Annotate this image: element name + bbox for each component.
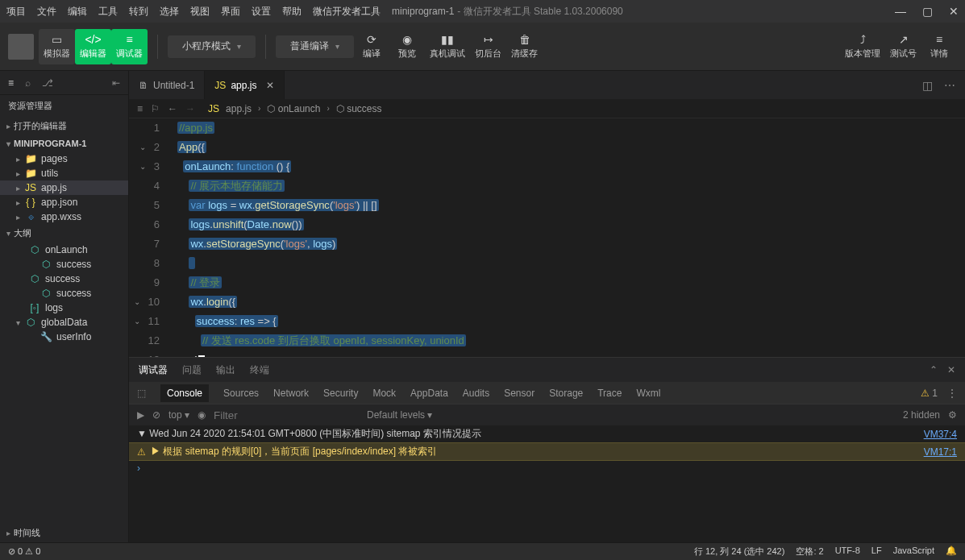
menu-item[interactable]: 文件 xyxy=(37,5,56,19)
menu-item[interactable]: 转到 xyxy=(129,5,148,19)
search-icon[interactable]: ⌕ xyxy=(25,77,31,89)
preview-button[interactable]: ◉预览 xyxy=(389,29,425,64)
list-icon[interactable]: ≡ xyxy=(137,103,143,114)
panel-tab[interactable]: 问题 xyxy=(182,363,202,377)
file-tree-item[interactable]: ▸📁utils xyxy=(0,166,128,180)
minimize-icon[interactable]: — xyxy=(895,5,906,18)
panel-close-icon[interactable]: ✕ xyxy=(947,364,955,375)
devtools-tab[interactable]: Wxml xyxy=(636,388,660,399)
split-editor-icon[interactable]: ◫ xyxy=(922,79,933,92)
forward-icon[interactable]: → xyxy=(185,103,195,114)
outline-item[interactable]: ⬡success xyxy=(0,257,128,272)
encoding-status[interactable]: UTF-8 xyxy=(835,545,860,558)
breadcrumb-item[interactable]: ⬡ success xyxy=(336,103,382,114)
devtools-more-icon[interactable]: ⋮ xyxy=(947,388,957,399)
hidden-count[interactable]: 2 hidden xyxy=(903,409,940,421)
console-group[interactable]: ▼ Wed Jun 24 2020 21:54:01 GMT+0800 (中国标… xyxy=(129,425,965,442)
clear-icon[interactable]: ⊘ xyxy=(152,409,160,421)
close-tab-icon[interactable]: ✕ xyxy=(266,80,274,91)
outline-item[interactable]: ⬡success xyxy=(0,286,128,301)
outline-item[interactable]: ▾⬡globalData xyxy=(0,315,128,330)
bell-icon[interactable]: 🔔 xyxy=(946,545,957,558)
back-icon[interactable]: ← xyxy=(168,103,177,114)
panel-collapse-icon[interactable]: ⌃ xyxy=(930,364,938,375)
menu-item[interactable]: 微信开发者工具 xyxy=(313,5,381,19)
menu-icon[interactable]: ≡ xyxy=(8,77,14,89)
menu-item[interactable]: 项目 xyxy=(6,5,26,19)
devtools-tab[interactable]: Security xyxy=(323,388,358,399)
devtools-tab[interactable]: Storage xyxy=(549,388,583,399)
background-button[interactable]: ↦切后台 xyxy=(470,29,506,64)
menu-item[interactable]: 界面 xyxy=(221,5,240,19)
menu-item[interactable]: 工具 xyxy=(98,5,118,19)
simulator-button[interactable]: ▭模拟器 xyxy=(39,29,75,64)
devtools-tab[interactable]: AppData xyxy=(410,388,448,399)
detail-button[interactable]: ≡详情 xyxy=(921,29,957,64)
open-editors-section[interactable]: ▸打开的编辑器 xyxy=(0,117,128,135)
outline-section[interactable]: ▾大纲 xyxy=(0,224,128,243)
branch-icon[interactable]: ⎇ xyxy=(42,77,53,89)
devtools-tab[interactable]: Trace xyxy=(597,388,622,399)
tab-app-js[interactable]: JSapp.js✕ xyxy=(205,71,285,99)
menu-item[interactable]: 视图 xyxy=(190,5,210,19)
menu-item[interactable]: 帮助 xyxy=(282,5,302,19)
log-source-link[interactable]: VM37:4 xyxy=(924,429,957,440)
problems-status[interactable]: ⊘ 0 ⚠ 0 xyxy=(8,546,40,557)
cursor-position[interactable]: 行 12, 列 24 (选中 242) xyxy=(694,545,785,558)
console-warning[interactable]: ⚠ ▶ 根据 sitemap 的规则[0]，当前页面 [pages/index/… xyxy=(129,442,965,461)
compile-button[interactable]: ⟳编译 xyxy=(354,29,389,64)
bookmark-icon[interactable]: ⚐ xyxy=(151,103,160,114)
compile-dropdown[interactable]: 普通编译▾ xyxy=(276,35,354,58)
maximize-icon[interactable]: ▢ xyxy=(922,5,933,18)
avatar[interactable] xyxy=(8,34,34,60)
menu-item[interactable]: 设置 xyxy=(252,5,271,19)
breadcrumb-item[interactable]: ⬡ onLaunch xyxy=(267,103,320,114)
outline-item[interactable]: ⬡success xyxy=(0,272,128,286)
console-body[interactable]: ▼ Wed Jun 24 2020 21:54:01 GMT+0800 (中国标… xyxy=(129,425,965,542)
gear-icon[interactable]: ⚙ xyxy=(948,409,957,421)
breadcrumb-item[interactable]: app.js xyxy=(226,103,252,114)
eol-status[interactable]: LF xyxy=(871,545,882,558)
project-section[interactable]: ▾MINIPROGRAM-1 xyxy=(0,135,128,151)
file-tree-item[interactable]: ▸⟐app.wxss xyxy=(0,209,128,224)
devtools-tab[interactable]: Console xyxy=(160,384,209,402)
remote-debug-button[interactable]: ▮▮真机调试 xyxy=(425,29,470,64)
panel-tab[interactable]: 调试器 xyxy=(139,363,168,377)
close-icon[interactable]: ✕ xyxy=(949,5,959,18)
more-icon[interactable]: ⋯ xyxy=(944,79,955,92)
warn-badge[interactable]: ⚠ 1 xyxy=(921,388,938,399)
file-tree-item[interactable]: ▸JSapp.js xyxy=(0,180,128,195)
devtools-tab[interactable]: Mock xyxy=(372,388,396,399)
mode-dropdown[interactable]: 小程序模式▾ xyxy=(168,35,256,58)
log-source-link[interactable]: VM17:1 xyxy=(924,446,957,458)
file-tree-item[interactable]: ▸📁pages xyxy=(0,151,128,166)
outline-item[interactable]: [◦]logs xyxy=(0,301,128,315)
editor-button[interactable]: </>编辑器 xyxy=(75,29,111,64)
outline-item[interactable]: 🔧userInfo xyxy=(0,330,128,344)
testno-button[interactable]: ↗测试号 xyxy=(885,29,921,64)
outline-item[interactable]: ⬡onLaunch xyxy=(0,243,128,257)
collapse-icon[interactable]: ⇤ xyxy=(112,77,120,89)
code-editor[interactable]: 1⌄2⌄3456789⌄10⌄111213 //app.jsApp({ onLa… xyxy=(129,118,965,357)
menu-item[interactable]: 选择 xyxy=(160,5,179,19)
menu-item[interactable]: 编辑 xyxy=(68,5,87,19)
inspect-icon[interactable]: ⬚ xyxy=(137,388,146,399)
clear-cache-button[interactable]: 🗑清缓存 xyxy=(506,29,543,64)
devtools-tab[interactable]: Network xyxy=(273,388,309,399)
indent-status[interactable]: 空格: 2 xyxy=(796,545,823,558)
panel-tab[interactable]: 终端 xyxy=(250,363,269,377)
context-dropdown[interactable]: top ▾ xyxy=(168,409,189,421)
levels-dropdown[interactable]: Default levels ▾ xyxy=(367,409,432,421)
file-tree-item[interactable]: ▸{ }app.json xyxy=(0,195,128,209)
devtools-tab[interactable]: Sources xyxy=(223,388,259,399)
devtools-tab[interactable]: Audits xyxy=(463,388,489,399)
timeline-section[interactable]: ▸时间线 xyxy=(0,524,128,542)
language-status[interactable]: JavaScript xyxy=(893,545,934,558)
eye-icon[interactable]: ◉ xyxy=(198,409,206,421)
console-prompt[interactable]: › xyxy=(129,461,965,475)
tab-untitled[interactable]: 🗎Untitled-1 xyxy=(129,71,205,99)
devtools-tab[interactable]: Sensor xyxy=(504,388,534,399)
panel-tab[interactable]: 输出 xyxy=(216,363,235,377)
debugger-button[interactable]: ≡调试器 xyxy=(111,29,148,64)
version-button[interactable]: ⤴版本管理 xyxy=(840,29,885,64)
